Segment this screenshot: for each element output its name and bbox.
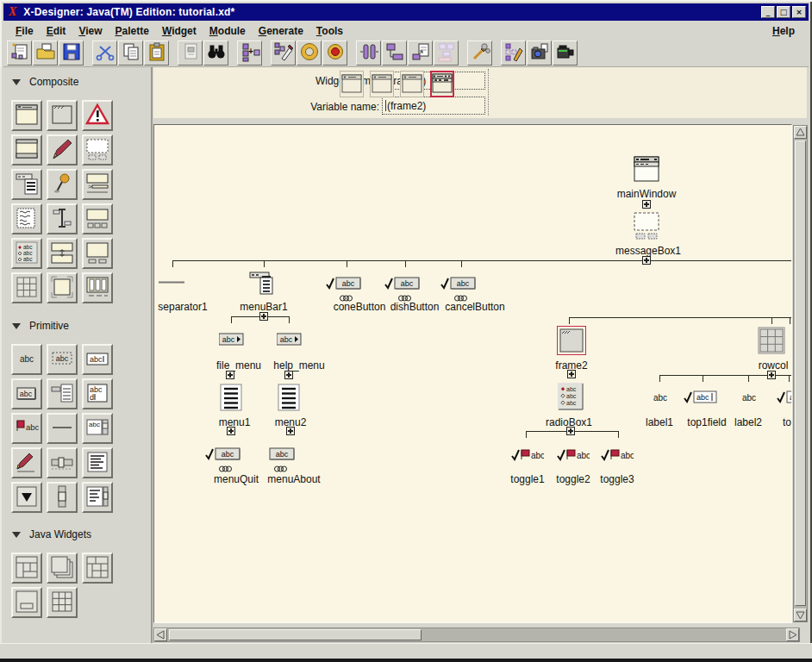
menu2-label[interactable]: menu2 — [239, 416, 342, 428]
palette-push-button-button[interactable]: abc — [11, 378, 42, 409]
palette-scrolled-window-button[interactable] — [82, 238, 113, 269]
palette-section-primitive[interactable]: Primitive — [12, 320, 69, 332]
palette-grid-layout-j-button[interactable] — [47, 587, 78, 618]
palette-text-field-button[interactable]: abc — [82, 344, 113, 375]
cancelButton-check-button-icon[interactable]: abc — [440, 277, 477, 290]
palette-grid-c-button[interactable] — [11, 272, 42, 303]
top1field-check-field-icon[interactable]: abc — [684, 390, 718, 404]
palette-paned-window-h-button[interactable] — [47, 238, 78, 269]
menu2-menu-pane-icon[interactable] — [278, 384, 300, 411]
palette-section-composite[interactable]: Composite — [12, 76, 78, 88]
scroll-left-button[interactable] — [154, 628, 167, 641]
frame2-frame-selected-icon[interactable] — [556, 325, 587, 356]
menu-module[interactable]: Module — [209, 25, 246, 37]
tools-button[interactable] — [467, 41, 492, 66]
frame2-label[interactable]: frame2 — [520, 359, 623, 372]
minimize-button[interactable]: _ — [761, 6, 775, 18]
hscroll-thumb[interactable] — [169, 629, 422, 640]
palette-arrow-button-button[interactable] — [11, 482, 42, 513]
toggle2-toggle-flag-icon[interactable]: abc — [557, 448, 590, 462]
collapse-triangle-icon[interactable] — [12, 79, 21, 85]
fold-connector[interactable] — [259, 312, 268, 321]
palette-section-java-widgets[interactable]: Java Widgets — [12, 528, 91, 540]
paste-button[interactable] — [144, 41, 169, 66]
palette-text-area-button[interactable]: abcd — [82, 378, 113, 409]
structure-disabled-button[interactable] — [434, 41, 459, 66]
menuBar1-menubar-widget-icon[interactable] — [249, 272, 278, 296]
type-dialog-button[interactable] — [370, 71, 394, 97]
palette-separator-button[interactable] — [47, 413, 78, 444]
edit-hierarchy-button[interactable] — [271, 41, 296, 66]
label1-abc-label-icon[interactable]: abc — [650, 392, 671, 403]
widget-structure-button[interactable] — [382, 41, 407, 66]
vertical-scrollbar[interactable] — [793, 125, 808, 622]
palette-bulletin-board-button[interactable] — [47, 272, 78, 303]
palette-gridbag-layout-button[interactable] — [82, 553, 113, 584]
palette-list-button[interactable] — [82, 447, 113, 478]
type-shell-button[interactable] — [340, 71, 364, 97]
collapse-triangle-icon[interactable] — [12, 323, 21, 329]
palette-form-button[interactable] — [47, 100, 78, 131]
palette-scrollbar-v-button[interactable] — [47, 482, 78, 513]
add-widget-button[interactable]: + — [237, 41, 262, 66]
messageBox1-message-box-icon[interactable] — [634, 212, 659, 240]
title-bar[interactable]: X X-Designer: Java(TM) Edition: tutorial… — [3, 3, 809, 21]
top2field-label[interactable]: to — [735, 416, 791, 428]
palette-drawing-area-button[interactable] — [47, 134, 78, 166]
design-hierarchy-canvas[interactable]: mainWindowmessageBox1separator1menuBar1a… — [154, 125, 791, 622]
type-main-window-button[interactable] — [430, 71, 454, 97]
file_menu-cascade-button-icon[interactable]: abc — [219, 333, 245, 346]
capture-button[interactable] — [527, 41, 552, 66]
fold-connector[interactable] — [767, 371, 776, 379]
palette-popup-menu-button[interactable] — [47, 169, 78, 200]
variable-name-input[interactable]: (frame2) — [382, 97, 485, 115]
scroll-right-button[interactable] — [786, 628, 799, 641]
top2field-check-field-icon[interactable]: abc — [777, 390, 791, 404]
record-button[interactable] — [553, 41, 578, 66]
find-button[interactable] — [203, 41, 228, 66]
palette-radio-box-c-button[interactable]: abcabcabc — [11, 238, 42, 269]
horizontal-scrollbar[interactable] — [153, 628, 800, 642]
maximize-button[interactable]: □ — [777, 6, 790, 18]
dishButton-check-button-icon[interactable]: abc — [384, 277, 421, 290]
palette-combo-box-button[interactable]: abc — [82, 413, 113, 444]
type-window-button[interactable] — [400, 71, 424, 97]
palette-card-layout-button[interactable] — [47, 553, 78, 584]
palette-main-window-c-button[interactable] — [11, 134, 42, 166]
rowcol-label[interactable]: rowcol — [721, 359, 791, 372]
palette-warning-dialog-button[interactable] — [82, 100, 113, 131]
help_menu-label[interactable]: help_menu — [247, 359, 351, 372]
separator1-separator-line-icon[interactable] — [159, 279, 184, 284]
palette-dialog-template-button[interactable] — [82, 134, 113, 166]
menu-view[interactable]: View — [78, 25, 102, 37]
help_menu-cascade-button-icon[interactable]: abc — [277, 333, 303, 346]
coneButton-check-button-icon[interactable]: abc — [326, 277, 362, 290]
cut-button[interactable] — [92, 41, 117, 66]
menu-palette[interactable]: Palette — [116, 25, 149, 37]
toggle1-toggle-flag-icon[interactable]: abc — [511, 448, 544, 462]
rowcol-grid-widget-icon[interactable] — [758, 327, 785, 354]
radioBox1-radio-box-icon[interactable]: abcabcabc — [558, 383, 584, 410]
collapse-triangle-icon[interactable] — [12, 532, 21, 538]
focus-target-button[interactable] — [322, 41, 347, 66]
menu-edit[interactable]: Edit — [47, 25, 66, 37]
palette-toggle-button-button[interactable]: abc — [11, 413, 42, 444]
palette-label-button[interactable]: abc — [11, 344, 42, 375]
fold-connector[interactable] — [226, 371, 234, 379]
messageBox1-label[interactable]: messageBox1 — [597, 245, 700, 257]
menuAbout-plain-button-icon[interactable]: abc — [269, 447, 295, 461]
menu-file[interactable]: File — [16, 25, 34, 37]
menu-widget[interactable]: Widget — [162, 25, 197, 37]
cancelButton-label[interactable]: cancelButton — [423, 301, 527, 313]
mainWindow-label[interactable]: mainWindow — [595, 188, 698, 200]
palette-drawn-button-button[interactable] — [11, 447, 42, 478]
palette-option-menu-button[interactable] — [47, 378, 78, 409]
palette-gadget-label-button[interactable]: abc — [47, 344, 78, 375]
menuAbout-label[interactable]: menuAbout — [242, 473, 346, 485]
close-button[interactable]: × — [792, 6, 806, 18]
palette-panel-button[interactable] — [11, 587, 42, 618]
palette-scrolled-list-p-button[interactable] — [82, 482, 113, 513]
menuBar1-label[interactable]: menuBar1 — [212, 301, 315, 313]
generate-code-button[interactable] — [408, 41, 433, 66]
group-ring-button[interactable] — [297, 41, 322, 66]
